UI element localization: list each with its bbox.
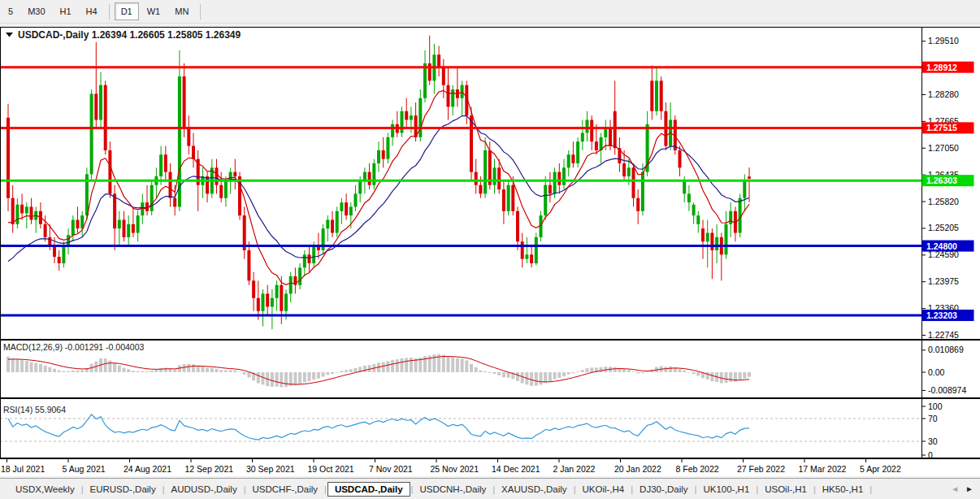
tab-xauusd-[interactable]: XAUUSD-,Daily xyxy=(496,482,573,497)
frame-border xyxy=(0,458,980,459)
date-label: 2 Jan 2022 xyxy=(553,464,596,474)
macd-bar xyxy=(67,371,70,372)
macd-bar xyxy=(154,370,158,372)
candle xyxy=(632,167,635,197)
macd-bar xyxy=(58,371,61,372)
tab-usdx[interactable]: USDX,Weekly xyxy=(10,482,80,497)
tab-scroll-left-icon[interactable]: ◄ xyxy=(951,484,959,493)
timeframe-button-h4[interactable]: H4 xyxy=(80,2,104,20)
timeframe-button-5[interactable]: 5 xyxy=(2,2,20,20)
svg-text:1.24800: 1.24800 xyxy=(926,241,957,251)
price-axis-label: 1.27050 xyxy=(928,143,959,153)
rsi-pane[interactable] xyxy=(0,399,921,458)
candle xyxy=(108,150,111,193)
date-label: 19 Oct 2021 xyxy=(308,464,354,474)
candle xyxy=(349,206,353,215)
date-label: 25 Nov 2021 xyxy=(431,464,479,474)
timeframe-button-d1[interactable]: D1 xyxy=(115,2,139,20)
candle xyxy=(113,193,116,228)
candle xyxy=(137,215,140,232)
candle xyxy=(331,219,334,232)
candle xyxy=(557,172,561,185)
candle xyxy=(493,167,497,184)
macd-bar xyxy=(590,367,593,372)
candle xyxy=(104,85,107,150)
candle xyxy=(497,167,501,189)
macd-bar xyxy=(331,372,334,374)
macd-bar xyxy=(238,372,241,373)
date-label: 17 Mar 2022 xyxy=(799,464,847,474)
timeframe-button-m30[interactable]: M30 xyxy=(21,2,51,20)
macd-bar xyxy=(262,372,265,384)
timeframe-button-w1[interactable]: W1 xyxy=(141,2,167,20)
candle xyxy=(507,185,510,211)
macd-bar xyxy=(210,368,214,372)
candle xyxy=(336,211,339,233)
rsi-indicator-label: RSI(14) 55.9064 xyxy=(3,405,66,414)
candle xyxy=(257,298,260,311)
candle xyxy=(451,89,454,106)
rsi-tick xyxy=(921,406,926,407)
candle xyxy=(660,80,663,111)
tab-scroll-right-icon[interactable]: ► xyxy=(965,484,973,493)
candle xyxy=(340,202,343,211)
candle xyxy=(76,219,80,228)
macd-bar xyxy=(442,355,445,372)
date-tick xyxy=(743,458,744,462)
tab-uk100-[interactable]: UK100-,H1 xyxy=(697,482,755,497)
date-tick xyxy=(191,458,192,462)
candle xyxy=(271,298,274,307)
toolbar-separator xyxy=(109,4,110,20)
macd-bar xyxy=(219,370,223,372)
macd-bar xyxy=(470,364,473,372)
macd-bar xyxy=(284,372,288,387)
candle xyxy=(173,198,176,207)
candle xyxy=(748,176,751,178)
macd-bar xyxy=(636,372,640,373)
candle xyxy=(567,154,570,167)
tab-usdcad-[interactable]: USDCAD-,Daily xyxy=(327,482,410,497)
candle xyxy=(725,224,728,254)
macd-bar xyxy=(562,372,566,376)
macd-bar xyxy=(201,367,204,372)
candle xyxy=(192,146,195,159)
macd-bar xyxy=(488,372,492,373)
date-label: 12 Sep 2021 xyxy=(185,464,234,474)
date-tick xyxy=(375,458,375,462)
candle xyxy=(442,67,445,85)
candle xyxy=(401,111,404,133)
candle xyxy=(627,167,631,176)
candle xyxy=(72,219,75,235)
tab-eurusd-[interactable]: EURUSD-,Daily xyxy=(85,482,162,497)
candle xyxy=(252,280,255,297)
macd-bar xyxy=(447,357,450,372)
macd-bar xyxy=(687,372,691,373)
tab-usdchf-[interactable]: USDCHF-,Daily xyxy=(247,482,324,497)
timeframe-button-mn[interactable]: MN xyxy=(168,2,195,20)
macd-bar xyxy=(696,372,700,375)
tab-usdcnh-[interactable]: USDCNH-,Daily xyxy=(414,482,492,497)
macd-bar xyxy=(336,372,339,373)
candle xyxy=(48,237,51,246)
main-chart-pane[interactable] xyxy=(0,27,921,339)
macd-bar xyxy=(725,372,728,383)
tab-ukoil-[interactable]: UKOil-,H4 xyxy=(576,482,630,497)
tab-audusd-[interactable]: AUDUSD-,Daily xyxy=(166,482,243,497)
candle xyxy=(44,224,47,237)
tab-usoil-[interactable]: USOil-,H1 xyxy=(759,482,813,497)
candle xyxy=(437,54,440,67)
candle xyxy=(118,219,121,228)
candle xyxy=(530,254,533,263)
tab-hk50-[interactable]: HK50-,H1 xyxy=(817,482,869,497)
candle xyxy=(266,293,269,306)
macd-bar xyxy=(669,367,672,372)
date-tick xyxy=(682,458,683,462)
timeframe-button-h1[interactable]: H1 xyxy=(54,2,78,20)
candle xyxy=(233,172,236,176)
candle xyxy=(576,141,579,163)
macd-axis-label: 0.010869 xyxy=(928,345,964,354)
candle xyxy=(650,80,653,111)
tab-dj30-[interactable]: DJ30-,Daily xyxy=(634,482,693,497)
frame-border xyxy=(0,27,980,28)
chart-canvas[interactable]: 1.295101.282801.276651.270501.264351.258… xyxy=(0,24,980,478)
